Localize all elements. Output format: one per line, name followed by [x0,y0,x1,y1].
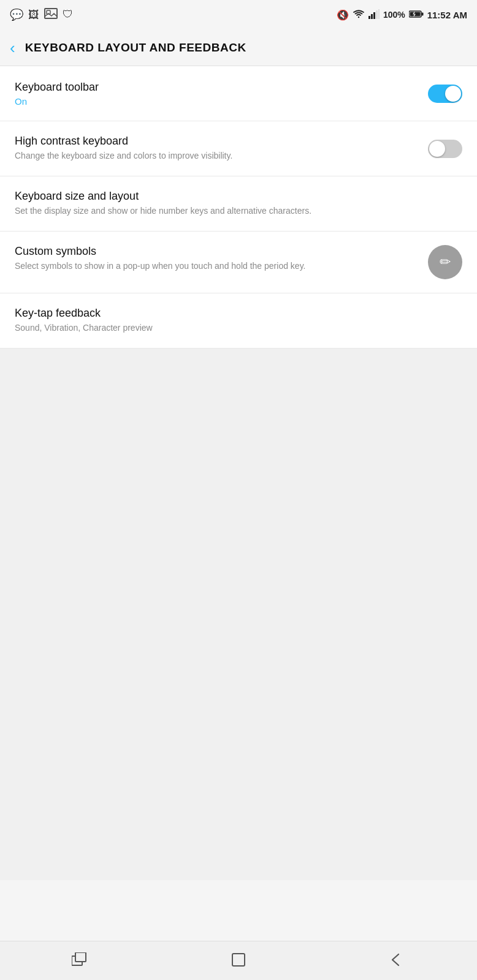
svg-rect-2 [368,16,370,19]
recent-apps-button[interactable] [61,946,98,976]
home-button[interactable] [220,946,257,976]
svg-rect-8 [421,13,423,16]
keyboard-toolbar-status: On [15,96,418,107]
high-contrast-content: High contrast keyboard Change the keyboa… [15,135,428,162]
gallery-icon [44,8,58,21]
home-icon [231,952,246,970]
back-nav-icon [390,953,405,969]
toggle-thumb [429,141,445,157]
key-tap-feedback-content: Key-tap feedback Sound, Vibration, Chara… [15,307,462,334]
status-right: 🔇 100% [337,9,467,21]
back-nav-button[interactable] [379,946,416,976]
keyboard-toolbar-toggle[interactable] [428,85,462,103]
svg-rect-11 [75,952,86,962]
keyboard-size-item[interactable]: Keyboard size and layout Set the display… [0,176,477,232]
high-contrast-item[interactable]: High contrast keyboard Change the keyboa… [0,121,477,176]
svg-rect-3 [371,14,373,19]
page-title: KEYBOARD LAYOUT AND FEEDBACK [25,41,246,55]
svg-rect-4 [373,12,375,19]
keyboard-toolbar-title: Keyboard toolbar [15,81,418,94]
keyboard-toolbar-content: Keyboard toolbar On [15,81,428,107]
custom-symbols-fab[interactable]: ✏ [428,245,462,279]
header: ‹ KEYBOARD LAYOUT AND FEEDBACK [0,29,477,66]
image-icon: 🖼 [28,9,39,21]
empty-area [0,349,477,880]
keyboard-size-title: Keyboard size and layout [15,190,452,203]
message-icon: 💬 [10,8,23,21]
toggle-thumb [445,86,461,102]
edit-icon: ✏ [440,254,451,270]
key-tap-feedback-description: Sound, Vibration, Character preview [15,322,452,334]
keyboard-size-description: Set the display size and show or hide nu… [15,205,452,217]
high-contrast-description: Change the keyboard size and colors to i… [15,150,418,162]
svg-rect-12 [232,954,245,966]
svg-rect-6 [378,9,380,19]
high-contrast-toggle[interactable] [428,140,462,158]
battery-percentage: 100% [383,10,405,20]
key-tap-feedback-item[interactable]: Key-tap feedback Sound, Vibration, Chara… [0,293,477,349]
shield-icon: 🛡 [63,9,73,21]
custom-symbols-description: Select symbols to show in a pop-up when … [15,260,418,273]
svg-rect-5 [376,10,378,19]
keyboard-size-content: Keyboard size and layout Set the display… [15,190,462,217]
high-contrast-title: High contrast keyboard [15,135,418,148]
battery-icon [409,10,424,20]
mute-icon: 🔇 [337,9,349,21]
custom-symbols-content: Custom symbols Select symbols to show in… [15,245,428,273]
recent-apps-icon [72,952,88,970]
settings-list: Keyboard toolbar On High contrast keyboa… [0,66,477,349]
status-icons: 💬 🖼 🛡 [10,8,73,21]
navigation-bar [0,941,477,980]
keyboard-toolbar-item[interactable]: Keyboard toolbar On [0,66,477,121]
status-time: 11:52 AM [427,10,467,20]
custom-symbols-title: Custom symbols [15,245,418,258]
custom-symbols-item[interactable]: Custom symbols Select symbols to show in… [0,232,477,293]
signal-icon [368,9,380,21]
key-tap-feedback-title: Key-tap feedback [15,307,452,320]
status-bar: 💬 🖼 🛡 🔇 [0,0,477,29]
wifi-icon [353,9,365,21]
back-button[interactable]: ‹ [10,40,15,56]
